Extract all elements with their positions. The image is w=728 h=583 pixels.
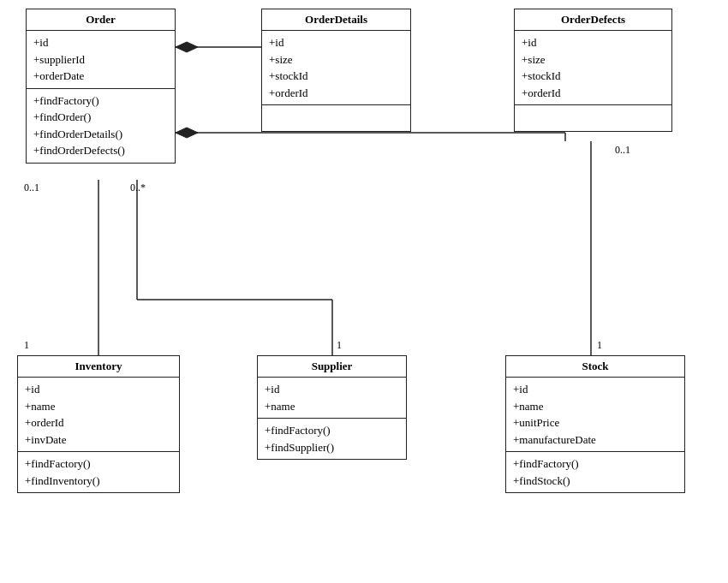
mult-orderdefects-stock-top: 0..1 bbox=[615, 144, 630, 157]
order-attrs: +id +supplierId +orderDate bbox=[27, 31, 175, 89]
supplier-name: Supplier bbox=[258, 356, 406, 378]
order-name: Order bbox=[27, 9, 175, 31]
svg-marker-1 bbox=[176, 42, 198, 52]
stock-attrs: +id +name +unitPrice +manufactureDate bbox=[506, 378, 684, 452]
inventory-attrs: +id +name +orderId +invDate bbox=[18, 378, 179, 452]
supplier-attrs: +id +name bbox=[258, 378, 406, 419]
orderdefects-attrs: +id +size +stockId +orderId bbox=[515, 31, 671, 105]
mult-order-inventory-bottom: 1 bbox=[24, 339, 29, 352]
class-stock: Stock +id +name +unitPrice +manufactureD… bbox=[505, 355, 685, 493]
class-order: Order +id +supplierId +orderDate +findFa… bbox=[26, 9, 176, 164]
orderdefects-name: OrderDefects bbox=[515, 9, 671, 31]
stock-name: Stock bbox=[506, 356, 684, 378]
orderdetails-attrs: +id +size +stockId +orderId bbox=[262, 31, 410, 105]
orderdefects-methods bbox=[515, 105, 671, 131]
orderdetails-name: OrderDetails bbox=[262, 9, 410, 31]
class-supplier: Supplier +id +name +findFactory() +findS… bbox=[257, 355, 407, 460]
class-inventory: Inventory +id +name +orderId +invDate +f… bbox=[17, 355, 180, 493]
inventory-methods: +findFactory() +findInventory() bbox=[18, 452, 179, 492]
stock-methods: +findFactory() +findStock() bbox=[506, 452, 684, 492]
class-orderdetails: OrderDetails +id +size +stockId +orderId bbox=[261, 9, 411, 132]
mult-orderdefects-stock-bottom: 1 bbox=[597, 339, 602, 352]
uml-diagram: Order +id +supplierId +orderDate +findFa… bbox=[0, 0, 728, 583]
order-methods: +findFactory() +findOrder() +findOrderDe… bbox=[27, 89, 175, 163]
class-orderdefects: OrderDefects +id +size +stockId +orderId bbox=[514, 9, 672, 132]
orderdetails-methods bbox=[262, 105, 410, 131]
mult-order-inventory-top: 0..1 bbox=[24, 181, 39, 194]
supplier-methods: +findFactory() +findSupplier() bbox=[258, 419, 406, 459]
mult-order-supplier-bottom: 1 bbox=[337, 339, 342, 352]
svg-marker-4 bbox=[176, 128, 198, 138]
inventory-name: Inventory bbox=[18, 356, 179, 378]
mult-order-supplier-top: 0..* bbox=[130, 181, 146, 194]
